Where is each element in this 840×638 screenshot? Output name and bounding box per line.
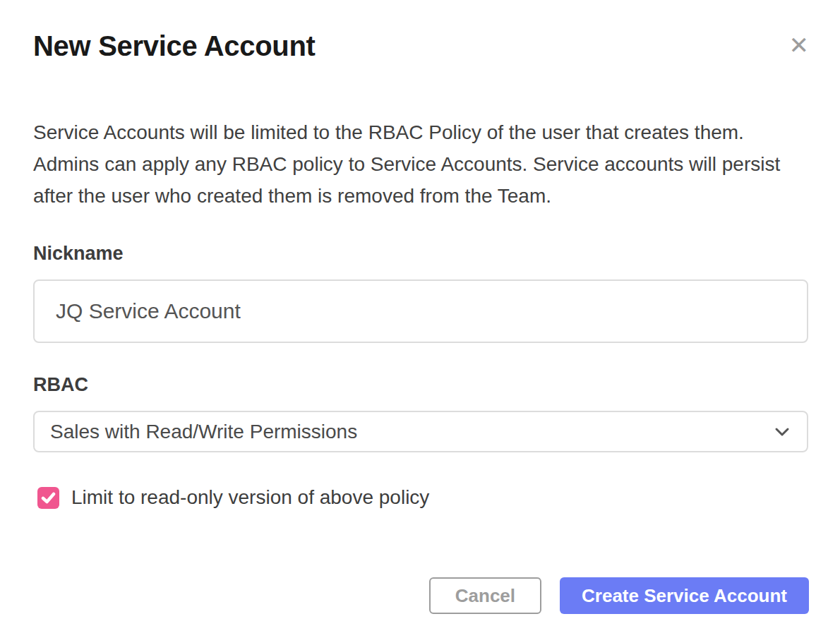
- modal-description: Service Accounts will be limited to the …: [33, 116, 784, 212]
- new-service-account-modal: New Service Account ✕ Service Accounts w…: [0, 0, 840, 638]
- nickname-label: Nickname: [33, 241, 809, 265]
- nickname-input[interactable]: [33, 279, 808, 343]
- modal-header: New Service Account ✕: [33, 0, 809, 63]
- rbac-label: RBAC: [33, 373, 809, 397]
- checkmark-icon: [41, 492, 56, 504]
- close-icon: ✕: [789, 32, 810, 59]
- readonly-checkbox[interactable]: [37, 487, 59, 509]
- readonly-checkbox-label: Limit to read-only version of above poli…: [71, 486, 429, 509]
- create-service-account-button[interactable]: Create Service Account: [560, 577, 809, 614]
- rbac-selected-option: Sales with Read/Write Permissions: [50, 421, 357, 443]
- readonly-checkbox-row: Limit to read-only version of above poli…: [37, 486, 809, 509]
- page-title: New Service Account: [33, 29, 316, 63]
- rbac-select[interactable]: Sales with Read/Write Permissions: [33, 411, 808, 452]
- modal-footer: Cancel Create Service Account: [429, 577, 809, 614]
- chevron-down-icon: [774, 427, 790, 437]
- close-button[interactable]: ✕: [789, 33, 810, 57]
- cancel-button[interactable]: Cancel: [429, 577, 541, 614]
